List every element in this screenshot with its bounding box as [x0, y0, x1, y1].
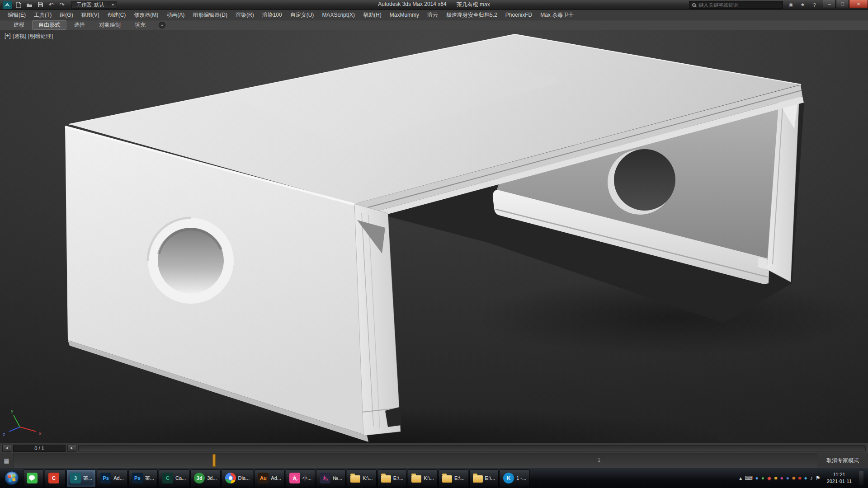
clock-time: 11:21: [827, 471, 852, 478]
taskbar-button[interactable]: 3 茶...: [66, 469, 96, 487]
max-logo-icon[interactable]: [2, 0, 13, 9]
menu-item[interactable]: 组(G): [56, 10, 77, 20]
viewport-general-menu[interactable]: [+]: [5, 33, 11, 40]
time-slider-track[interactable]: [78, 445, 866, 451]
viewport-shading-menu[interactable]: [明暗处理]: [28, 33, 53, 40]
new-scene-icon[interactable]: [14, 1, 24, 9]
undo-icon[interactable]: ↶: [46, 1, 56, 9]
search-input[interactable]: [698, 2, 780, 8]
tray-icon[interactable]: ▴: [739, 475, 742, 481]
search-icon: [692, 3, 696, 7]
taskbar-app-icon: C: [162, 473, 173, 483]
save-file-icon[interactable]: [35, 1, 45, 9]
taskbar-app-icon: C: [48, 473, 59, 483]
minimize-button[interactable]: –: [823, 0, 836, 8]
taskbar-button[interactable]: 丸 小...: [286, 469, 315, 487]
mini-trackview-icon[interactable]: ▦: [0, 453, 14, 468]
menu-item[interactable]: 极速瘦身安全归档5.2: [442, 10, 501, 20]
tray-icon[interactable]: ⚑: [816, 475, 821, 481]
menu-item[interactable]: 创建(C): [104, 10, 130, 20]
ribbon-tab[interactable]: 填充: [128, 20, 152, 30]
taskbar-button[interactable]: 丸 №...: [316, 469, 346, 487]
ribbon-tab[interactable]: 对象绘制: [93, 20, 127, 30]
left-panel-hole: [148, 218, 234, 304]
menu-item[interactable]: 修改器(M): [130, 10, 162, 20]
taskbar-button[interactable]: Ps 茶...: [128, 469, 158, 487]
menu-item[interactable]: 渲染(R): [231, 10, 258, 20]
menu-item[interactable]: 渲染100: [258, 10, 286, 20]
menu-item[interactable]: 视图(V): [77, 10, 104, 20]
taskbar-app-icon: [473, 475, 483, 483]
taskbar-button-label: Ad...: [271, 475, 281, 481]
tray-icon[interactable]: ■: [774, 475, 777, 481]
next-frame-icon[interactable]: ►: [67, 445, 76, 452]
menu-item[interactable]: 编辑(E): [4, 10, 30, 20]
open-file-icon[interactable]: [24, 1, 34, 9]
taskbar-button-label: E:\...: [454, 475, 465, 481]
tray-icon[interactable]: ⌨: [745, 475, 752, 481]
tray-icon[interactable]: ♪: [810, 475, 813, 481]
perspective-viewport[interactable]: [+] [透视] [明暗处理]: [0, 30, 868, 443]
menu-item[interactable]: MaxMummy: [386, 10, 423, 20]
menu-item[interactable]: MAXScript(X): [318, 10, 359, 20]
taskbar-button[interactable]: K:\...: [408, 469, 438, 487]
taskbar-button[interactable]: Ps Ad...: [97, 469, 127, 487]
menu-item[interactable]: 工具(T): [30, 10, 56, 20]
tray-icon[interactable]: ■: [798, 475, 801, 481]
taskbar-button[interactable]: E:\...: [469, 469, 499, 487]
ribbon-tab[interactable]: 自由形式: [32, 20, 66, 30]
show-desktop-button[interactable]: [858, 471, 863, 485]
cancel-expert-mode-button[interactable]: 取消专家模式: [817, 453, 868, 468]
previous-frame-icon[interactable]: ◄: [2, 445, 11, 452]
menu-item[interactable]: 帮助(H): [359, 10, 386, 20]
taskbar-button[interactable]: K 1 -...: [500, 469, 530, 487]
taskbar-button-label: 茶...: [145, 475, 154, 482]
tray-icon[interactable]: ●: [804, 475, 807, 481]
taskbar-button[interactable]: C: [45, 469, 66, 487]
maximize-button[interactable]: □: [836, 0, 849, 8]
tray-icon[interactable]: ■: [792, 475, 795, 481]
menu-item[interactable]: 动画(A): [162, 10, 189, 20]
ribbon-tab[interactable]: 选择: [68, 20, 91, 30]
tray-icon[interactable]: ●: [761, 475, 764, 481]
close-button[interactable]: ×: [849, 0, 868, 8]
chevron-down-icon[interactable]: ▼: [108, 3, 117, 6]
viewport-pov-menu[interactable]: [透视]: [13, 33, 27, 40]
tray-icon[interactable]: ●: [780, 475, 783, 481]
taskbar-button[interactable]: E:\...: [377, 469, 407, 487]
windows-logo-icon: [4, 470, 20, 486]
help-icon[interactable]: ?: [811, 2, 818, 8]
tray-icon[interactable]: ●: [786, 475, 789, 481]
menu-bar: 编辑(E) 工具(T) 组(G) 视图(V) 创建(C) 修改器(M) 动画(A…: [0, 10, 868, 20]
menu-item[interactable]: Max 杀毒卫士: [536, 10, 578, 20]
ribbon-tab-bar: 建模 自由形式 选择 对象绘制 填充 ▴: [0, 20, 868, 30]
menu-item[interactable]: 自定义(U): [286, 10, 318, 20]
tray-icon[interactable]: ◆: [767, 475, 771, 481]
taskbar-button[interactable]: 3d 3d...: [190, 469, 220, 487]
tea-table-model[interactable]: [65, 34, 804, 442]
taskbar-app-icon: [27, 473, 38, 483]
app-title-text: Autodesk 3ds Max 2014 x64: [378, 1, 446, 9]
ribbon-tab[interactable]: 建模: [7, 20, 31, 30]
tray-icon[interactable]: ●: [755, 475, 759, 481]
taskbar-button[interactable]: C Ca...: [159, 469, 189, 487]
taskbar-button[interactable]: Au Ad...: [254, 469, 285, 487]
menu-item[interactable]: PhoenixFD: [501, 10, 536, 20]
taskbar-app-icon: [225, 473, 236, 483]
workspace-selector[interactable]: 工作区: 默认 ▼: [71, 1, 117, 9]
taskbar-button[interactable]: K:\...: [347, 469, 377, 487]
taskbar-clock[interactable]: 11:21 2021-01-11: [823, 471, 855, 485]
menu-item[interactable]: 图形编辑器(D): [189, 10, 231, 20]
taskbar-button[interactable]: [23, 469, 44, 487]
taskbar-button[interactable]: Dia...: [222, 469, 254, 487]
favorites-star-icon[interactable]: ★: [799, 2, 807, 8]
redo-icon[interactable]: ↷: [57, 1, 67, 9]
sign-in-icon[interactable]: ◉: [787, 2, 795, 8]
start-button[interactable]: [1, 468, 23, 488]
taskbar-button[interactable]: E:\...: [439, 469, 468, 487]
track-bar-track[interactable]: 1: [14, 453, 817, 468]
time-slider-handle[interactable]: [212, 454, 216, 467]
menu-item[interactable]: 渲云: [423, 10, 442, 20]
ribbon-collapse-icon[interactable]: ▴: [159, 22, 165, 28]
infocenter-search[interactable]: [689, 1, 783, 9]
